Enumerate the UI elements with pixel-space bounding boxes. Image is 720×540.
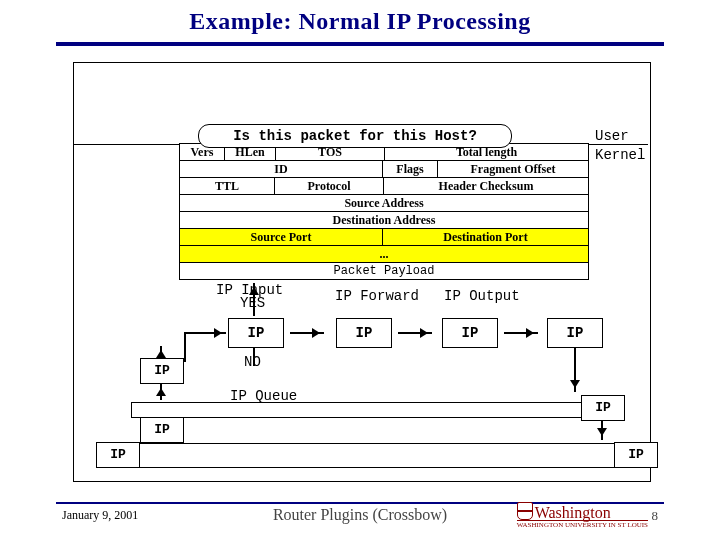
ipbox-2: IP xyxy=(336,318,392,348)
arrow-yes-up xyxy=(253,283,255,316)
hdr-payload: Packet Payload xyxy=(180,263,588,280)
hdr-ellipsis: ... xyxy=(180,246,588,263)
arrow-ip4-down xyxy=(574,348,576,392)
arrow-up-smallleft xyxy=(160,346,162,356)
hdr-src-port: Source Port xyxy=(180,229,383,246)
hdr-dst-addr: Destination Address xyxy=(180,212,588,229)
arrow-smallleft-vert xyxy=(184,332,186,362)
hdr-dst-port: Destination Port xyxy=(383,229,588,246)
ip-output-label: IP Output xyxy=(444,288,520,304)
title-rule xyxy=(56,42,664,46)
ipbox-dd-left: IP xyxy=(96,442,140,468)
shield-icon xyxy=(517,502,533,520)
arrow-ip3-to-ip4 xyxy=(504,332,538,334)
kernel-label: Kernel xyxy=(595,147,645,163)
hdr-ttl: TTL xyxy=(180,178,275,195)
hdr-checksum: Header Checksum xyxy=(384,178,588,195)
page-number: 8 xyxy=(652,508,659,524)
arrow-ip-to-ip2 xyxy=(290,332,324,334)
slide-title: Example: Normal IP Processing xyxy=(0,8,720,35)
arrow-ip2-to-ip3 xyxy=(398,332,432,334)
user-label: User xyxy=(595,128,629,144)
footer-university: Washington WASHINGTON UNIVERSITY IN ST L… xyxy=(517,502,648,529)
ip-queue-bar xyxy=(131,402,603,418)
ipbox-queue-left: IP xyxy=(140,417,184,443)
hdr-id: ID xyxy=(180,161,383,178)
ipbox-1: IP xyxy=(228,318,284,348)
arrow-no-down xyxy=(253,348,255,366)
device-driver-bar xyxy=(98,443,630,468)
ipbox-dd-right: IP xyxy=(614,442,658,468)
ipbox-queue-right: IP xyxy=(581,395,625,421)
arrow-smallleft-to-ip1 xyxy=(184,332,226,334)
ipbox-4: IP xyxy=(547,318,603,348)
hdr-frag-offset: Fragment Offset xyxy=(438,161,588,178)
ipbox-small-left: IP xyxy=(140,358,184,384)
arrow-queue-to-small xyxy=(160,384,162,400)
decision-question: Is this packet for this Host? xyxy=(198,124,512,148)
ipbox-3: IP xyxy=(442,318,498,348)
footer-uni-sub: WASHINGTON UNIVERSITY IN ST LOUIS xyxy=(517,520,648,529)
footer-uni-name: Washington xyxy=(535,504,611,521)
hdr-protocol: Protocol xyxy=(275,178,384,195)
hdr-flags: Flags xyxy=(383,161,438,178)
ip-forward-label: IP Forward xyxy=(335,288,419,304)
hdr-src-addr: Source Address xyxy=(180,195,588,212)
arrow-dd-down-right xyxy=(601,420,603,440)
ip-header-table: Vers HLen TOS Total length ID Flags Frag… xyxy=(179,143,589,280)
